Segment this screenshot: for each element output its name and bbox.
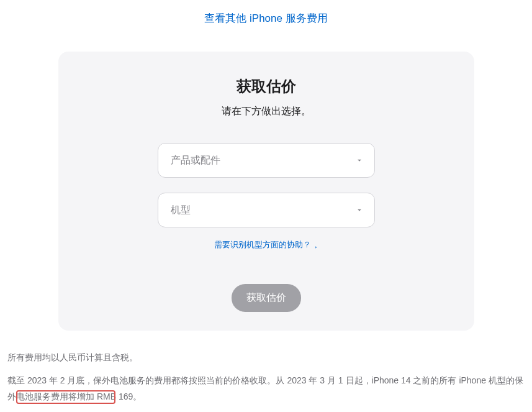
card-subtitle: 请在下方做出选择。 [77,105,456,118]
estimate-card: 获取估价 请在下方做出选择。 产品或配件 机型 需要识别机型方面的协助？ 获取估… [58,52,474,331]
view-other-services-link[interactable]: 查看其他 iPhone 服务费用 [204,12,327,24]
model-select[interactable]: 机型 [158,193,375,227]
model-select-placeholder: 机型 [171,204,191,217]
footer-line2: 截至 2023 年 2 月底，保外电池服务的费用都将按照当前的价格收取。从 20… [7,375,523,402]
chevron-right-icon [313,242,318,247]
card-title: 获取估价 [77,76,456,96]
footer-line1: 所有费用均以人民币计算且含税。 [7,349,525,366]
get-estimate-button[interactable]: 获取估价 [232,284,301,312]
identify-model-help-link[interactable]: 需要识别机型方面的协助？ [214,239,318,250]
product-select-placeholder: 产品或配件 [171,154,220,167]
footer-text: 所有费用均以人民币计算且含税。 截至 2023 年 2 月底，保外电池服务的费用… [0,344,532,412]
product-select[interactable]: 产品或配件 [158,143,375,178]
help-link-label: 需要识别机型方面的协助？ [214,239,311,250]
